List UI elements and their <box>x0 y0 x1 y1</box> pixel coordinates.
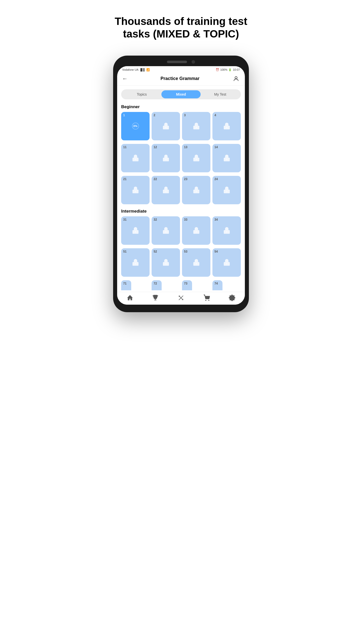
intermediate-row-2: 51 52 53 54 <box>117 248 245 278</box>
card-number-73: 73 <box>184 282 187 285</box>
notch-pill <box>167 61 187 63</box>
tab-topics[interactable]: Topics <box>122 90 161 98</box>
card-number-12: 12 <box>154 145 157 149</box>
app-title: Practice Grammar <box>160 76 199 81</box>
battery-icon: 🔋 <box>228 68 232 71</box>
app-header: ← Practice Grammar <box>117 72 245 86</box>
nav-settings[interactable] <box>229 295 235 301</box>
nav-home[interactable] <box>127 295 133 301</box>
battery-label: 100% <box>220 68 227 71</box>
lock-icon-23 <box>192 186 200 194</box>
card-number-51: 51 <box>123 250 126 253</box>
carrier-info: Vodafone UA ▐▌▌ 📶 <box>122 68 150 71</box>
card-number-72: 72 <box>154 282 157 285</box>
card-52[interactable]: 52 <box>152 248 180 277</box>
status-bar: Vodafone UA ▐▌▌ 📶 ⏰ 100% 🔋 10:07 <box>117 66 245 72</box>
card-32[interactable]: 32 <box>152 216 180 245</box>
svg-point-20 <box>196 263 197 264</box>
svg-point-4 <box>196 127 197 128</box>
bottom-nav <box>117 292 245 305</box>
card-3[interactable]: 3 <box>182 112 210 140</box>
card-74[interactable]: 74 <box>212 280 222 290</box>
card-24[interactable]: 24 <box>212 176 241 204</box>
svg-point-8 <box>196 159 197 160</box>
card-number-14: 14 <box>214 145 218 149</box>
alarm-icon: ⏰ <box>216 68 219 71</box>
lock-icon-51 <box>131 258 140 266</box>
card-number-22: 22 <box>154 177 157 181</box>
lock-icon-3 <box>192 122 200 130</box>
card-11[interactable]: 11 <box>121 144 150 172</box>
svg-point-21 <box>226 263 227 264</box>
tab-bar: Topics Mixed My Test <box>121 89 241 99</box>
lock-icon-21 <box>131 186 140 194</box>
phone-screen: Vodafone UA ▐▌▌ 📶 ⏰ 100% 🔋 10:07 ← Pract… <box>117 66 245 305</box>
beginner-row-1: 1 0% 2 3 <box>117 112 245 142</box>
notch-camera <box>192 60 195 64</box>
lock-icon-11 <box>131 154 140 162</box>
signal-icon: ▐▌▌ <box>140 68 145 71</box>
card-2[interactable]: 2 <box>152 112 180 140</box>
lock-icon-34 <box>223 226 231 234</box>
card-4[interactable]: 4 <box>212 112 241 140</box>
card-33[interactable]: 33 <box>182 216 210 245</box>
lock-icon-53 <box>192 258 200 266</box>
lock-icon-12 <box>162 154 170 162</box>
lock-icon-32 <box>162 226 170 234</box>
nav-swords[interactable] <box>178 295 184 301</box>
card-71[interactable]: 71 <box>121 280 131 290</box>
svg-point-9 <box>226 159 227 160</box>
card-14[interactable]: 14 <box>212 144 241 172</box>
card-number-1: 1 <box>123 113 125 117</box>
svg-point-14 <box>135 231 136 232</box>
card-22[interactable]: 22 <box>152 176 180 204</box>
card-number-54: 54 <box>214 250 218 253</box>
card-number-74: 74 <box>214 282 218 285</box>
profile-icon[interactable] <box>232 75 240 83</box>
lock-icon-24 <box>223 186 231 194</box>
lock-icon-14 <box>223 154 231 162</box>
card-number-52: 52 <box>154 250 157 253</box>
svg-point-13 <box>226 191 227 192</box>
card-72[interactable]: 72 <box>152 280 162 290</box>
beginner-row-3: 21 22 23 24 <box>117 176 245 206</box>
card-54[interactable]: 54 <box>212 248 241 277</box>
svg-point-12 <box>196 191 197 192</box>
card-13[interactable]: 13 <box>182 144 210 172</box>
nav-cart[interactable] <box>203 295 210 301</box>
beginner-row-2: 11 12 13 14 <box>117 144 245 174</box>
svg-point-19 <box>165 263 166 264</box>
time-label: 10:07 <box>233 68 240 71</box>
card-number-2: 2 <box>154 113 155 117</box>
card-51[interactable]: 51 <box>121 248 150 277</box>
card-34[interactable]: 34 <box>212 216 241 245</box>
card-31[interactable]: 31 <box>121 216 150 245</box>
intermediate-row-1: 31 32 33 34 <box>117 216 245 246</box>
time-battery: ⏰ 100% 🔋 10:07 <box>216 68 240 71</box>
lock-icon-54 <box>223 258 231 266</box>
headline: Thousands of training test tasks (MIXED … <box>106 15 256 41</box>
back-button[interactable]: ← <box>122 75 128 82</box>
tab-mytest[interactable]: My Test <box>201 90 240 98</box>
card-12[interactable]: 12 <box>152 144 180 172</box>
card-21[interactable]: 21 <box>121 176 150 204</box>
card-53[interactable]: 53 <box>182 248 210 277</box>
intermediate-row-3: 71 72 73 74 <box>117 280 245 292</box>
svg-point-27 <box>208 300 209 300</box>
nav-trophy[interactable] <box>152 295 159 301</box>
wifi-icon: 📶 <box>146 68 150 71</box>
svg-point-3 <box>165 127 166 128</box>
card-23[interactable]: 23 <box>182 176 210 204</box>
card-1[interactable]: 1 0% <box>121 112 150 140</box>
svg-point-5 <box>226 127 227 128</box>
card-number-4: 4 <box>214 113 216 117</box>
tab-mixed[interactable]: Mixed <box>161 90 201 98</box>
card-number-11: 11 <box>123 145 126 149</box>
card-73[interactable]: 73 <box>182 280 192 290</box>
card-number-32: 32 <box>154 218 157 221</box>
card-number-31: 31 <box>123 218 126 221</box>
svg-point-18 <box>135 263 136 264</box>
section-beginner-label: Beginner <box>117 103 245 112</box>
card-number-24: 24 <box>214 177 218 181</box>
svg-point-6 <box>135 159 136 160</box>
